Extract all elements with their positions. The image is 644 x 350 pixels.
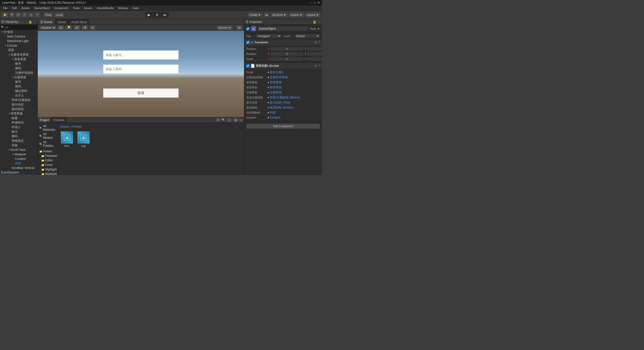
tree-item-neicontent[interactable]: 内容 [0,161,37,166]
tree-item-content[interactable]: Content [0,157,37,161]
pause-button[interactable]: ⏸ [153,12,160,18]
layer-dropdown[interactable]: Default [294,34,320,38]
tree-item-scrollview[interactable]: ▼ Scroll View [0,148,37,152]
maximize-button[interactable]: □ [314,1,315,5]
menu-gameobject[interactable]: GameObject [32,6,52,10]
tree-item-account1[interactable]: 账号 [0,61,37,66]
script-enabled[interactable] [246,64,250,67]
layout-button[interactable]: Layout ▼ [305,12,320,17]
rotation-x-input[interactable] [270,52,304,56]
tab-game[interactable]: Game [55,19,69,24]
tree-item-acct3[interactable]: 账号 [0,129,37,134]
script-help-icon[interactable]: ? [318,64,320,67]
tree-item-scrollbar[interactable]: Scrollbar Vertical [0,166,37,170]
transform-header[interactable]: ⊞ Transform ⚙ ? [244,39,322,45]
tree-item-maincamera[interactable]: Main Camera [0,34,37,39]
pivot-button[interactable]: Pivot [44,12,53,18]
close-button[interactable]: ✕ [317,1,320,5]
tree-item-bg[interactable]: 背景 [0,48,37,52]
hidden-objects-button[interactable]: 👁 [90,25,96,30]
cloud-button[interactable]: ☁ [263,12,270,17]
tree-item-person[interactable]: 出示人 [0,93,37,98]
layers-button[interactable]: Layers ▼ [289,12,304,17]
script-settings-icon[interactable]: ⚙ [314,64,317,67]
project-add-button[interactable]: + [216,118,221,122]
folder-fonts[interactable]: 📁 Fonts [39,163,57,167]
tree-item-mgr[interactable]: ▼ 管理界面 [0,111,37,116]
tree-item-title[interactable]: 标题 [0,116,37,120]
tree-item-auditstatus[interactable]: 审核状态 [0,138,37,143]
folder-all-materials[interactable]: 🔍 All Materials [39,124,57,132]
tag-dropdown[interactable]: Untagged [256,34,281,38]
menu-window[interactable]: Window [116,6,130,10]
tree-item-gameobject[interactable]: GameObject [0,175,37,175]
shaded-dropdown[interactable]: Shaded [39,25,56,30]
effects-button[interactable]: ✨ [82,25,89,30]
transform-enabled[interactable] [246,41,250,44]
collab-button[interactable]: Collab ▼ [248,12,262,17]
tree-item-eventsystem[interactable]: EventSystem [0,170,37,175]
rotate-tool[interactable]: ↺ [15,12,21,18]
asset-item-prefab[interactable]: Item [60,130,74,149]
tree-item-pwd1[interactable]: 密码 [0,66,37,71]
menu-assets2[interactable]: Assets [82,6,94,10]
tab-assetstore[interactable]: Asset Store [69,19,90,24]
hierarchy-search-input[interactable] [5,26,36,29]
account-button[interactable]: Account ▼ [271,12,288,17]
tree-item-root[interactable]: ▼ 🎬 登录 [0,30,37,34]
folder-highlight2[interactable]: 📁 Highlight [39,172,57,175]
move-tool[interactable]: ✛ [9,12,15,18]
light-button[interactable]: 💡 [65,25,72,30]
multi-tool[interactable]: ⊹ [34,12,40,18]
titlebar-controls[interactable]: ─ □ ✕ [309,1,320,5]
all-button[interactable]: All [236,25,243,30]
scale-x-input[interactable] [270,57,304,61]
menu-assets[interactable]: Assets [19,6,32,10]
hierarchy-more-icon[interactable]: ⋮ [33,20,36,24]
hierarchy-lock-icon[interactable]: 🔓 [28,20,32,24]
folder-highlight1[interactable]: 📁 Highlight [39,167,57,172]
hierarchy-tree[interactable]: ▼ 🎬 登录 Main Camera Directional Light ▼ C… [0,30,37,175]
audio-button[interactable]: 🔊 [73,25,80,30]
tree-item-regui[interactable]: ▼ 注册界面 [0,75,37,80]
tree-item-viewport[interactable]: ▼ Viewport [0,152,37,157]
object-name-input[interactable] [258,26,308,31]
rotation-y-input[interactable] [307,52,322,56]
local-button[interactable]: Local [54,12,64,18]
position-x-input[interactable] [270,47,304,51]
gizmos-button[interactable]: Gizmos ▼ [217,25,233,30]
tree-item-regbtn[interactable]: 注册申请按钮 [0,71,37,75]
static-label[interactable]: Static ▼ [310,27,320,30]
folder-all-models[interactable]: 🔍 All Models [39,132,57,140]
tree-item-canvas[interactable]: ▼ Canvas [0,43,37,48]
folder-editor[interactable]: 📁 Editor [39,158,57,163]
tree-item-dirlight[interactable]: Directional Light [0,39,37,43]
account-input-field[interactable] [103,50,179,59]
hierarchy-search[interactable]: 🔍 [0,25,37,30]
project-folder-tree[interactable]: 🔍 All Materials 🔍 All Models 🔍 All Prefa… [38,123,58,175]
folder-all-prefabs[interactable]: 🔍 All Prefabs [39,140,57,148]
tree-item-applier[interactable]: 申请人 [0,125,37,129]
position-y-input[interactable] [307,47,322,51]
script-header[interactable]: 📄 登录注册1 (Script) ⚙ ? [244,63,322,69]
project-filter2[interactable]: ⊞ [233,118,238,122]
tree-item-audit[interactable]: 审核 [0,143,37,148]
tree-item-pwd3[interactable]: 密码 [0,134,37,138]
help-icon[interactable]: ? [318,41,320,44]
asset-item-content[interactable]: 内容 [76,130,91,149]
menu-assetsbundle[interactable]: AssetsBundle [95,6,116,10]
tab-console[interactable]: Console [51,117,67,122]
menu-edit[interactable]: Edit [10,6,19,10]
password-input-field[interactable] [103,64,179,74]
minimize-button[interactable]: ─ [309,1,312,5]
tree-item-applydate[interactable]: 申请时间 [0,120,37,125]
inspector-lock-icon[interactable]: 🔓 [313,20,316,24]
menu-component[interactable]: Component [52,6,70,10]
tree-item-loginui[interactable]: ▼ 登录界面 [0,57,37,61]
menu-file[interactable]: File [1,6,10,10]
rect-tool[interactable]: ▭ [28,12,34,18]
tree-item-account2[interactable]: 账号 [0,80,37,84]
tab-project[interactable]: Project [38,117,51,122]
project-filter1[interactable]: ☆ [226,118,232,122]
add-component-button[interactable]: Add Component [246,123,320,129]
